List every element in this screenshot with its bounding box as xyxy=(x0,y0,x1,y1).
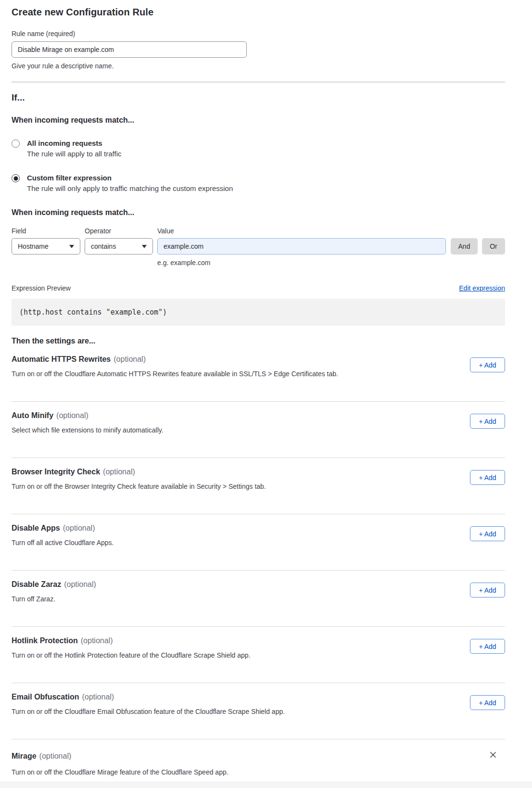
radio-icon[interactable] xyxy=(12,174,20,182)
setting-section: Disable Apps (optional) Turn off all act… xyxy=(12,514,505,571)
setting-title: Email Obfuscation xyxy=(12,693,79,701)
add-button[interactable]: + Add xyxy=(470,639,505,654)
setting-title-row: Automatic HTTPS Rewrites (optional) xyxy=(12,355,505,364)
setting-title: Automatic HTTPS Rewrites xyxy=(12,355,111,364)
setting-optional-tag: (optional) xyxy=(82,693,114,701)
setting-optional-tag: (optional) xyxy=(56,411,89,420)
operator-select[interactable]: contains xyxy=(85,238,153,254)
setting-section: Automatic HTTPS Rewrites (optional) Turn… xyxy=(12,345,505,402)
radio-all-incoming-requests[interactable]: All incoming requests The rule will appl… xyxy=(12,139,505,158)
field-select[interactable]: Hostname xyxy=(12,238,80,254)
setting-description: Turn on or off the Cloudflare Email Obfu… xyxy=(12,708,505,715)
expression-preview-header: Expression Preview Edit expression xyxy=(12,284,505,292)
field-select-value: Hostname xyxy=(18,242,49,250)
setting-optional-tag: (optional) xyxy=(103,468,135,476)
setting-title-row: Email Obfuscation (optional) xyxy=(12,693,505,701)
and-button[interactable]: And xyxy=(451,238,478,254)
settings-list: Automatic HTTPS Rewrites (optional) Turn… xyxy=(12,345,505,739)
add-button[interactable]: + Add xyxy=(470,526,505,541)
setting-section: Hotlink Protection (optional) Turn on or… xyxy=(12,627,505,683)
radio-description: The rule will only apply to traffic matc… xyxy=(27,184,233,192)
expression-preview-label: Expression Preview xyxy=(12,284,71,292)
expression-code: (http.host contains "example.com") xyxy=(19,308,167,317)
rule-name-input[interactable] xyxy=(12,41,247,58)
setting-section: Auto Minify (optional) Select which file… xyxy=(12,402,505,458)
setting-optional-tag: (optional) xyxy=(81,636,113,645)
or-button[interactable]: Or xyxy=(482,238,505,254)
setting-description: Turn off Zaraz. xyxy=(12,595,505,603)
setting-title-row: Browser Integrity Check (optional) xyxy=(12,468,505,476)
radio-icon[interactable] xyxy=(12,140,20,148)
rule-name-group: Rule name (required) Give your rule a de… xyxy=(12,30,505,70)
mirage-optional-tag: (optional) xyxy=(39,752,72,761)
setting-description: Select which file extensions to minify a… xyxy=(12,426,505,434)
operator-column: Operator contains xyxy=(85,227,153,254)
setting-title-row: Auto Minify (optional) xyxy=(12,411,505,420)
setting-description: Turn on or off the Cloudflare Automatic … xyxy=(12,370,505,378)
value-helper: e.g. example.com xyxy=(157,259,446,267)
setting-optional-tag: (optional) xyxy=(114,355,146,364)
setting-title-row: Disable Apps (optional) xyxy=(12,524,505,533)
add-button[interactable]: + Add xyxy=(470,583,505,597)
setting-section: Browser Integrity Check (optional) Turn … xyxy=(12,458,505,514)
setting-title-row: Hotlink Protection (optional) xyxy=(12,636,505,645)
chevron-down-icon xyxy=(69,245,74,248)
setting-title: Disable Apps xyxy=(12,524,60,533)
add-button[interactable]: + Add xyxy=(470,695,505,710)
operator-label: Operator xyxy=(85,227,153,235)
setting-title: Auto Minify xyxy=(12,411,53,420)
footer-strip xyxy=(0,782,532,788)
mirage-title: Mirage xyxy=(12,752,37,761)
operator-select-value: contains xyxy=(91,242,116,250)
setting-section: Disable Zaraz (optional) Turn off Zaraz.… xyxy=(12,571,505,627)
chevron-down-icon xyxy=(142,245,147,248)
field-label: Field xyxy=(12,227,80,235)
add-button[interactable]: + Add xyxy=(470,414,505,429)
if-heading: If... xyxy=(12,92,505,103)
close-icon[interactable] xyxy=(488,750,498,761)
setting-optional-tag: (optional) xyxy=(64,580,96,589)
rule-name-helper: Give your rule a descriptive name. xyxy=(12,62,505,70)
filter-builder-row: Field Hostname Operator contains Value e… xyxy=(12,227,505,267)
value-column: Value e.g. example.com xyxy=(157,227,446,267)
then-settings-heading: Then the settings are... xyxy=(12,337,505,345)
expression-preview-box: (http.host contains "example.com") xyxy=(12,299,505,326)
field-column: Field Hostname xyxy=(12,227,80,254)
setting-title: Disable Zaraz xyxy=(12,580,61,589)
section-divider xyxy=(12,82,505,82)
add-button[interactable]: + Add xyxy=(470,357,505,372)
radio-label: Custom filter expression xyxy=(27,174,233,182)
setting-title: Hotlink Protection xyxy=(12,636,78,645)
setting-description: Turn on or off the Browser Integrity Che… xyxy=(12,483,505,490)
setting-description: Turn on or off the Hotlink Protection fe… xyxy=(12,651,505,659)
mirage-section: Mirage (optional) Turn on or off the Clo… xyxy=(12,739,505,788)
create-configuration-rule-page: Create new Configuration Rule Rule name … xyxy=(0,0,532,788)
mirage-title-row: Mirage (optional) xyxy=(12,752,505,761)
value-input[interactable] xyxy=(157,238,446,254)
setting-section: Email Obfuscation (optional) Turn on or … xyxy=(12,683,505,739)
rule-name-label: Rule name (required) xyxy=(12,30,505,38)
page-title: Create new Configuration Rule xyxy=(12,7,505,18)
match-heading: When incoming requests match... xyxy=(12,116,505,125)
mirage-description: Turn on or off the Cloudflare Mirage fea… xyxy=(12,768,505,776)
setting-title: Browser Integrity Check xyxy=(12,468,100,476)
setting-title-row: Disable Zaraz (optional) xyxy=(12,580,505,589)
add-button[interactable]: + Add xyxy=(470,470,505,485)
radio-description: The rule will apply to all traffic xyxy=(27,150,121,158)
setting-optional-tag: (optional) xyxy=(63,524,95,533)
edit-expression-link[interactable]: Edit expression xyxy=(459,284,505,292)
radio-custom-filter-expression[interactable]: Custom filter expression The rule will o… xyxy=(12,174,505,192)
filter-heading: When incoming requests match... xyxy=(12,208,505,217)
radio-label: All incoming requests xyxy=(27,139,121,147)
setting-description: Turn off all active Cloudflare Apps. xyxy=(12,539,505,547)
value-label: Value xyxy=(157,227,446,235)
